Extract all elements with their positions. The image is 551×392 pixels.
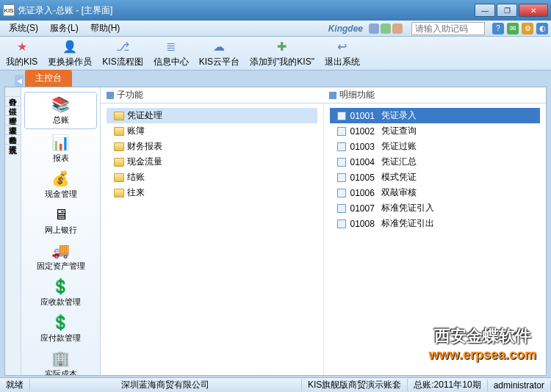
check-icon [337, 204, 346, 213]
tab-prev-button[interactable]: ◀ [15, 75, 24, 87]
detail-code: 01007 [350, 203, 377, 214]
close-button[interactable]: ✕ [519, 4, 548, 17]
toolbar-icon: 👤 [62, 38, 78, 54]
vertical-tab[interactable]: 生产管理 [5, 106, 21, 116]
tool-icon[interactable]: ? [492, 23, 504, 35]
detail-code: 01006 [350, 188, 377, 198]
nav-item[interactable]: 💰现金管理 [21, 167, 100, 203]
toolbar-label: 添加到"我的KIS" [250, 56, 314, 68]
detail-label: 标准凭证引出 [381, 217, 434, 230]
detail-label: 凭证过账 [381, 140, 417, 153]
toolbar-item[interactable]: ⎇KIS流程图 [102, 38, 143, 68]
folder-icon [114, 173, 124, 182]
menu-service[interactable]: 服务(L) [46, 21, 83, 36]
sub-function-item[interactable]: 财务报表 [107, 139, 317, 154]
detail-function-item[interactable]: 01008标准凭证引出 [330, 216, 541, 231]
toolbar-icon: ≣ [163, 38, 179, 54]
toolbar-label: 我的KIS [6, 56, 37, 68]
sub-function-item[interactable]: 往来 [107, 185, 317, 200]
minimize-button[interactable]: — [475, 4, 495, 17]
nav-item[interactable]: 📊报表 [21, 131, 100, 167]
detail-function-item[interactable]: 01001凭证录入 [330, 108, 541, 123]
toolbar: ★我的KIS👤更换操作员⎇KIS流程图≣信息中心☁KIS云平台✚添加到"我的KI… [0, 37, 551, 70]
brand-icon[interactable] [392, 23, 403, 34]
tool-icon[interactable]: ◐ [536, 23, 548, 35]
nav-icon: 💲 [49, 313, 73, 331]
sub-function-label: 现金流量 [127, 156, 162, 168]
nav-item[interactable]: 💲应付款管理 [21, 311, 100, 346]
toolbar-item[interactable]: ≣信息中心 [154, 38, 189, 68]
detail-code: 01005 [350, 173, 377, 183]
vertical-tab[interactable]: 财务会计 [5, 87, 21, 97]
square-icon [107, 92, 114, 99]
nav-icon: 📊 [49, 134, 73, 151]
detail-function-item[interactable]: 01005模式凭证 [330, 170, 541, 185]
sub-function-header: 子功能 [101, 87, 323, 103]
sub-function-item[interactable]: 凭证处理 [107, 108, 317, 123]
detail-label: 模式凭证 [381, 171, 417, 184]
toolbar-icon: ★ [14, 38, 30, 54]
maximize-button[interactable]: ❐ [497, 4, 517, 17]
menu-system[interactable]: 系统(S) [4, 21, 43, 36]
detail-function-item[interactable]: 01007标准凭证引入 [330, 200, 541, 216]
detail-label: 双敲审核 [381, 186, 417, 199]
detail-code: 01003 [350, 142, 377, 152]
nav-icon: 🚚 [49, 242, 73, 259]
vertical-tabs: 财务会计供应链生产管理人事管理移动商务系统设置 [5, 87, 21, 375]
nav-icon: 🏢 [49, 349, 73, 367]
status-period: 总账:2011年10期 [408, 379, 487, 391]
vertical-tab[interactable]: 移动商务 [5, 126, 21, 135]
check-icon [337, 173, 346, 182]
app-icon: KIS [3, 4, 15, 16]
detail-code: 01002 [350, 126, 377, 137]
sub-function-item[interactable]: 账簿 [107, 123, 317, 139]
toolbar-icon: ✚ [274, 38, 290, 54]
status-company: 深圳蓝海商贸有限公司 [30, 379, 302, 391]
nav-label: 报表 [53, 153, 69, 164]
toolbar-item[interactable]: ☁KIS云平台 [199, 38, 240, 68]
menubar: 系统(S) 服务(L) 帮助(H) Kingdee ? ✉ ⚙ ◐ [0, 21, 551, 37]
detail-function-header: 明细功能 [323, 87, 546, 103]
detail-function-item[interactable]: 01006双敲审核 [330, 185, 541, 200]
brand-icons [369, 23, 403, 34]
vertical-tab[interactable]: 供应链 [5, 97, 21, 106]
nav-label: 网上银行 [45, 225, 77, 236]
detail-function-panel: 01001凭证录入01002凭证查询01003凭证过账01004凭证汇总0100… [324, 104, 547, 375]
nav-item[interactable]: 💲应收款管理 [21, 275, 100, 311]
toolbar-item[interactable]: ↩退出系统 [325, 38, 360, 68]
window-title: 凭证录入-总账 - [主界面] [18, 4, 475, 17]
check-icon [337, 127, 346, 136]
detail-function-item[interactable]: 01004凭证汇总 [330, 154, 541, 170]
tool-icon[interactable]: ⚙ [522, 23, 533, 35]
status-user: administrator [488, 380, 551, 391]
sub-function-item[interactable]: 现金流量 [107, 154, 317, 170]
sub-function-item[interactable]: 结账 [107, 170, 317, 185]
toolbar-label: KIS云平台 [199, 56, 240, 68]
detail-function-item[interactable]: 01003凭证过账 [330, 139, 541, 154]
toolbar-item[interactable]: 👤更换操作员 [48, 38, 92, 68]
vertical-tab[interactable]: 系统设置 [5, 135, 21, 145]
nav-item[interactable]: 🖥网上银行 [21, 203, 100, 239]
sub-function-label: 账簿 [127, 125, 145, 137]
detail-function-item[interactable]: 01002凭证查询 [330, 123, 541, 139]
menu-help[interactable]: 帮助(H) [86, 21, 125, 36]
tab-main[interactable]: 主控台 [25, 70, 72, 87]
nav-item[interactable]: 🏢实际成本 [21, 346, 100, 375]
nav-item[interactable]: 📚总账 [24, 92, 97, 129]
toolbar-item[interactable]: ✚添加到"我的KIS" [250, 38, 314, 68]
brand-logo: Kingdee [328, 23, 363, 34]
brand-icon[interactable] [381, 23, 391, 34]
tab-strip: ◀ 主控台 [0, 70, 551, 87]
detail-label: 凭证查询 [381, 125, 417, 137]
nav-label: 现金管理 [45, 189, 77, 200]
vertical-tab[interactable]: 人事管理 [5, 116, 21, 126]
search-input[interactable] [411, 22, 485, 35]
folder-icon [114, 158, 124, 167]
detail-label: 标准凭证引入 [381, 202, 434, 214]
tool-icon[interactable]: ✉ [507, 23, 519, 35]
brand-icon[interactable] [369, 23, 379, 34]
nav-item[interactable]: 🚚固定资产管理 [21, 239, 100, 275]
nav-panel: 📚总账📊报表💰现金管理🖥网上银行🚚固定资产管理💲应收款管理💲应付款管理🏢实际成本… [21, 87, 101, 375]
toolbar-item[interactable]: ★我的KIS [6, 38, 37, 68]
toolbar-label: 信息中心 [154, 56, 189, 68]
